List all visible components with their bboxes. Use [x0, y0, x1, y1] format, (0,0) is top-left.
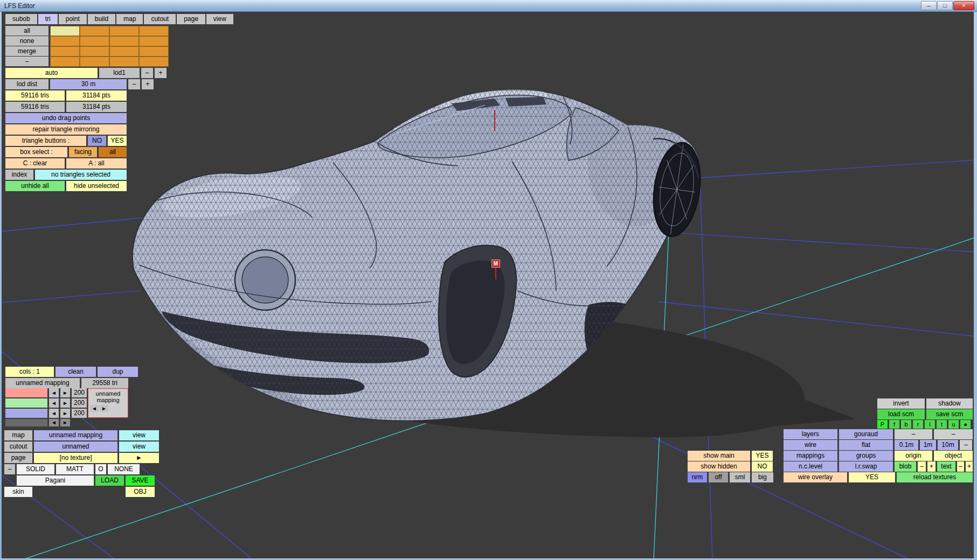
tab-view[interactable]: view: [206, 14, 233, 24]
skin-button[interactable]: skin: [4, 487, 32, 497]
layers-button[interactable]: layers: [784, 429, 837, 439]
palette-cell[interactable]: [80, 57, 109, 67]
green-right-arrow[interactable]: ►: [60, 398, 70, 408]
flat-button[interactable]: flat: [839, 440, 893, 450]
map-view-button[interactable]: view: [119, 430, 159, 440]
palette-cell[interactable]: [139, 36, 169, 46]
tab-subob[interactable]: subob: [5, 14, 37, 24]
wire-overlay-value[interactable]: YES: [849, 472, 895, 482]
tab-cutout[interactable]: cutout: [144, 14, 176, 24]
repair-mirroring-button[interactable]: repair triangle mirroring: [5, 124, 127, 135]
mapping-name-button[interactable]: unnamed mapping: [5, 378, 80, 388]
cutout-value-button[interactable]: unnamed: [34, 442, 117, 452]
mapping-next-arrow[interactable]: ►: [100, 405, 108, 412]
view-preset-dot[interactable]: ●: [960, 420, 971, 429]
color-swatch-red[interactable]: [5, 388, 47, 397]
undo-drag-points-button[interactable]: undo drag points: [5, 113, 127, 123]
palette-cell[interactable]: [50, 57, 80, 67]
view-preset-top[interactable]: t: [937, 420, 947, 429]
palette-cell[interactable]: [50, 26, 80, 36]
wire-button[interactable]: wire: [784, 440, 837, 450]
model-name-field[interactable]: Pagani: [17, 475, 94, 486]
select-all-button[interactable]: all: [5, 26, 48, 36]
box-select-facing[interactable]: facing: [69, 147, 97, 157]
blob-minus-button[interactable]: –: [918, 461, 926, 472]
lod-dist-minus-button[interactable]: –: [128, 79, 140, 89]
save-button[interactable]: SAVE: [126, 475, 155, 486]
view-preset-back[interactable]: b: [901, 420, 911, 429]
red-left-arrow[interactable]: ◄: [49, 388, 59, 397]
select-none-button[interactable]: none: [5, 36, 48, 46]
map-label-button[interactable]: map: [4, 430, 32, 440]
view-preset-right[interactable]: r: [913, 420, 923, 429]
matt-button[interactable]: MATT: [56, 464, 94, 474]
nrm-off-button[interactable]: off: [709, 472, 728, 482]
palette-cell[interactable]: [109, 26, 139, 36]
none-button[interactable]: NONE: [108, 464, 140, 474]
cutout-view-button[interactable]: view: [119, 442, 159, 452]
dash-button-2[interactable]: –: [934, 429, 973, 439]
tab-tri[interactable]: tri: [38, 14, 58, 24]
green-left-arrow[interactable]: ◄: [49, 398, 59, 408]
tab-map[interactable]: map: [116, 14, 143, 24]
title-bar[interactable]: LFS Editor – □ ×: [0, 0, 977, 12]
show-main-value[interactable]: YES: [752, 451, 773, 461]
object-button[interactable]: object: [934, 451, 973, 461]
maximize-button[interactable]: □: [937, 1, 953, 10]
select-all-tris-button[interactable]: A : all: [66, 158, 127, 169]
palette-cell[interactable]: [139, 46, 169, 57]
gouraud-button[interactable]: gouraud: [839, 429, 893, 439]
view-preset-front[interactable]: f: [889, 420, 899, 429]
mapping-marker[interactable]: M: [491, 260, 500, 268]
minimize-button[interactable]: –: [921, 1, 937, 10]
wire-overlay-label[interactable]: wire overlay: [784, 472, 847, 482]
palette-cell[interactable]: [109, 36, 139, 46]
view-preset-left[interactable]: l: [925, 420, 935, 429]
color-swatch-blue[interactable]: [5, 409, 47, 418]
grid-1m-button[interactable]: 1m: [920, 440, 936, 450]
nc-level-button[interactable]: n.c.level: [784, 461, 837, 472]
view-preset-perspective[interactable]: P: [877, 420, 888, 429]
blue-right-arrow[interactable]: ►: [60, 409, 70, 418]
lod-plus-button[interactable]: +: [155, 68, 167, 78]
map-value-button[interactable]: unnamed mapping: [34, 430, 117, 440]
show-hidden-label[interactable]: show hidden: [688, 461, 750, 472]
palette-cell[interactable]: [139, 57, 169, 67]
page-label-button[interactable]: page: [4, 453, 32, 463]
view-preset-under[interactable]: u: [948, 420, 959, 429]
palette-cell[interactable]: [80, 46, 109, 57]
dark-left-arrow[interactable]: ◄: [49, 419, 59, 426]
palette-cell[interactable]: [139, 26, 169, 36]
page-next-button[interactable]: ►: [119, 453, 159, 463]
palette-cell[interactable]: [109, 57, 139, 67]
red-right-arrow[interactable]: ►: [60, 388, 70, 397]
lr-swap-button[interactable]: l.r.swap: [839, 461, 893, 472]
blob-button[interactable]: blob: [895, 461, 916, 472]
reload-textures-button[interactable]: reload textures: [897, 472, 973, 482]
grid-dash-button[interactable]: –: [960, 440, 972, 450]
triangle-buttons-yes[interactable]: YES: [108, 136, 127, 146]
blob-plus-button[interactable]: +: [927, 461, 936, 472]
grid-01m-button[interactable]: 0.1m: [895, 440, 918, 450]
auto-button[interactable]: auto: [5, 68, 98, 78]
clear-selection-button[interactable]: C : clear: [5, 158, 65, 169]
mappings-button[interactable]: mappings: [784, 451, 837, 461]
nrm-sml-button[interactable]: sml: [730, 472, 750, 482]
page-value-button[interactable]: [no texture]: [34, 453, 117, 463]
dup-button[interactable]: dup: [98, 367, 138, 377]
o-button[interactable]: O: [95, 464, 106, 474]
tab-build[interactable]: build: [88, 14, 115, 24]
lod1-button[interactable]: lod1: [99, 68, 140, 78]
hide-unselected-button[interactable]: hide unselected: [66, 181, 127, 191]
lod-minus-button[interactable]: –: [141, 68, 153, 78]
obj-button[interactable]: OBJ: [126, 487, 155, 497]
show-main-label[interactable]: show main: [688, 451, 750, 461]
lod-dist-value[interactable]: 30 m: [50, 79, 127, 89]
mapping-prev-arrow[interactable]: ◄: [90, 405, 99, 412]
cols-button[interactable]: cols : 1: [5, 367, 54, 377]
blue-left-arrow[interactable]: ◄: [49, 409, 59, 418]
groups-button[interactable]: groups: [839, 451, 893, 461]
tab-page[interactable]: page: [177, 14, 205, 24]
palette-cell[interactable]: [50, 36, 80, 46]
clean-button[interactable]: clean: [56, 367, 96, 377]
